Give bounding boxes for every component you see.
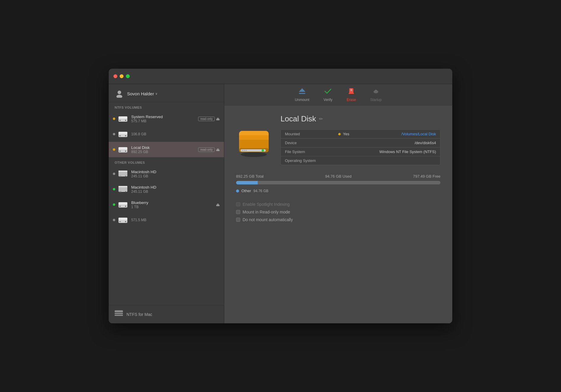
no-automount-checkbox[interactable] — [236, 218, 240, 222]
svg-marker-39 — [299, 88, 305, 92]
svg-rect-54 — [242, 150, 243, 151]
disk-info: System Reserved 575.7 MB — [131, 115, 196, 123]
user-icon — [115, 89, 124, 98]
svg-point-1 — [116, 95, 122, 98]
device-label: Device — [281, 139, 334, 147]
close-button[interactable] — [113, 74, 117, 78]
content-area: Unmount Verify — [224, 84, 452, 323]
svg-rect-8 — [119, 135, 121, 136]
svg-rect-38 — [115, 315, 123, 316]
svg-rect-3 — [118, 116, 127, 119]
sidebar-item-unnamed-571[interactable]: 571.5 MB — [109, 212, 224, 228]
storage-total: 892.25 GB Total — [236, 174, 264, 179]
mounted-value: Yes /Volumes/Local Disk — [334, 130, 440, 139]
maximize-button[interactable] — [126, 74, 130, 78]
unmount-icon — [298, 88, 306, 97]
disk-title-text: Local Disk — [280, 114, 316, 123]
disk-icon — [118, 168, 128, 179]
sidebar-footer: NTFS for Mac — [109, 305, 224, 323]
disk-name: Local Disk — [131, 145, 196, 150]
svg-point-35 — [125, 221, 126, 222]
username[interactable]: Sovon Halder ∨ — [127, 91, 158, 96]
legend-size: 94.76 GB — [254, 189, 269, 193]
storage-bar — [236, 181, 440, 184]
os-value — [334, 156, 440, 165]
status-dot-green — [113, 188, 115, 190]
traffic-lights — [113, 74, 130, 78]
legend-dot — [236, 189, 239, 192]
storage-free: 797.49 GB Free — [413, 174, 440, 179]
spotlight-checkbox[interactable] — [236, 202, 240, 206]
status-dot-gray — [113, 133, 115, 135]
disk-size: 106.8 GB — [131, 132, 220, 136]
storage-section: 892.25 GB Total 94.76 GB Used 797.49 GB … — [236, 174, 440, 193]
option-spotlight: Enable Spotlight Indexing — [236, 202, 440, 207]
option-readonly: Mount in Read-only mode — [236, 210, 440, 214]
minimize-button[interactable] — [120, 74, 124, 78]
sidebar-item-system-reserved[interactable]: System Reserved 575.7 MB read-only ⏏ — [109, 111, 224, 126]
svg-rect-29 — [118, 202, 127, 205]
detail-area: Local Disk ✏ Mounted Yes /Volumes/Local — [224, 105, 452, 323]
toolbar-verify[interactable]: Verify — [323, 88, 332, 102]
status-dot — [113, 219, 115, 221]
disk-name: Macintosh HD — [131, 170, 220, 174]
toolbar-erase-label: Erase — [347, 98, 356, 102]
chevron-down-icon: ∨ — [155, 92, 158, 96]
svg-rect-24 — [118, 189, 127, 189]
svg-rect-16 — [118, 172, 127, 173]
toolbar-startup-label: Startup — [370, 98, 382, 102]
readonly-badge: read-only — [198, 117, 215, 121]
storage-used: 94.76 GB Used — [325, 174, 352, 179]
status-dot — [113, 173, 115, 175]
device-value: /dev/disk6s4 — [334, 139, 440, 147]
svg-rect-12 — [119, 151, 121, 152]
storage-labels: 892.25 GB Total 94.76 GB Used 797.49 GB … — [236, 174, 440, 179]
svg-rect-18 — [118, 175, 127, 175]
svg-point-46 — [375, 90, 376, 91]
svg-point-9 — [125, 135, 126, 136]
toolbar-startup[interactable]: Startup — [370, 88, 382, 102]
disk-info: Blueberry 1 TB — [131, 200, 215, 209]
readonly-checkbox[interactable] — [236, 210, 240, 214]
sidebar-item-blueberry[interactable]: Blueberry 1 TB ⏏ — [109, 197, 224, 212]
sidebar-item-unnamed-106[interactable]: 106.8 GB — [109, 126, 224, 142]
svg-point-53 — [262, 149, 264, 152]
svg-rect-25 — [118, 190, 127, 191]
storage-bar-used — [236, 181, 258, 184]
disk-info: Macintosh HD 245.11 GB — [131, 170, 220, 178]
disk-info: 106.8 GB — [131, 132, 220, 136]
disk-title-area: Local Disk ✏ Mounted Yes /Volumes/Local — [280, 114, 440, 165]
disk-info-grid: Mounted Yes /Volumes/Local Disk Device — [280, 129, 440, 165]
svg-point-20 — [125, 176, 126, 177]
disk-name: System Reserved — [131, 115, 196, 119]
toolbar: Unmount Verify — [224, 84, 452, 105]
svg-rect-7 — [118, 132, 127, 134]
toolbar-unmount-label: Unmount — [295, 98, 310, 102]
svg-rect-41 — [349, 88, 353, 94]
disk-size: 245.11 GB — [131, 189, 220, 194]
eject-icon[interactable]: ⏏ — [216, 116, 220, 121]
svg-rect-34 — [119, 221, 121, 222]
svg-rect-22 — [118, 186, 127, 187]
svg-rect-17 — [118, 173, 127, 174]
disk-size: 892.25 GB — [131, 150, 196, 154]
edit-icon[interactable]: ✏ — [319, 116, 323, 122]
toolbar-unmount[interactable]: Unmount — [295, 88, 310, 102]
erase-icon — [347, 88, 355, 97]
sidebar-item-macintosh-hd-2[interactable]: Macintosh HD 245.11 GB — [109, 181, 224, 197]
footer-label: NTFS for Mac — [126, 312, 152, 317]
volume-path[interactable]: /Volumes/Local Disk — [401, 132, 436, 136]
user-header: Sovon Halder ∨ — [109, 84, 224, 102]
readonly-label: Mount in Read-only mode — [243, 210, 290, 214]
disk-info: 571.5 MB — [131, 218, 220, 222]
disk-icon — [118, 184, 128, 195]
disk-size: 245.11 GB — [131, 174, 220, 178]
sidebar-item-macintosh-hd-1[interactable]: Macintosh HD 245.11 GB — [109, 166, 224, 181]
toolbar-erase[interactable]: Erase — [347, 88, 356, 102]
username-text: Sovon Halder — [127, 91, 154, 96]
disk-size: 1 TB — [131, 205, 215, 209]
svg-rect-30 — [119, 206, 121, 207]
eject-icon[interactable]: ⏏ — [216, 147, 220, 152]
eject-icon[interactable]: ⏏ — [216, 202, 220, 207]
sidebar-item-local-disk[interactable]: Local Disk 892.25 GB read-only ⏏ — [109, 142, 224, 157]
